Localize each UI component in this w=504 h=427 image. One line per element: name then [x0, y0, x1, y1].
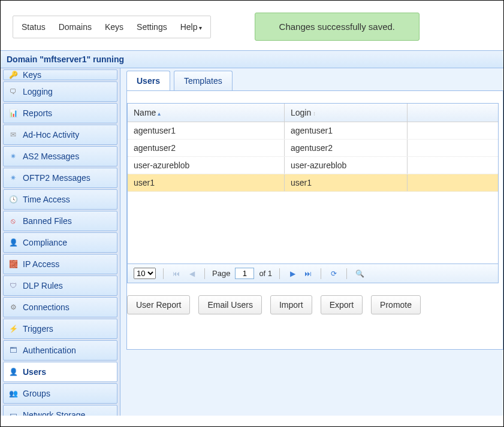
- cell-login: user-azureblob: [285, 157, 408, 174]
- as2-icon: ✷: [8, 152, 18, 161]
- connections-icon: ⚙: [8, 302, 18, 312]
- content-area: Users Templates Name Login agentuser1 ag…: [120, 68, 503, 416]
- reports-icon: 📊: [8, 108, 18, 118]
- table-row[interactable]: user-azureblob user-azureblob: [128, 157, 498, 174]
- nav-domains[interactable]: Domains: [59, 22, 92, 32]
- triggers-icon: ⚡: [8, 324, 18, 334]
- sidebar-item-authentication[interactable]: 🗔 Authentication: [3, 340, 117, 361]
- top-bar: Status Domains Keys Settings Help Change…: [1, 1, 503, 50]
- action-buttons: User Report Email Users Import Export Pr…: [127, 283, 503, 314]
- import-button[interactable]: Import: [270, 295, 312, 314]
- sidebar-item-time-access[interactable]: 🕓 Time Access: [3, 189, 117, 210]
- separator: [163, 268, 164, 279]
- domain-status: Domain "mftserver1" running: [1, 50, 503, 68]
- sidebar-item-label: Authentication: [23, 346, 76, 355]
- cell-name: agentuser2: [128, 140, 285, 156]
- top-nav: Status Domains Keys Settings Help: [13, 16, 211, 38]
- email-users-button[interactable]: Email Users: [198, 295, 261, 314]
- first-page-icon[interactable]: ⏮: [171, 268, 182, 279]
- sidebar-item-banned-files[interactable]: ⦸ Banned Files: [3, 211, 117, 231]
- sidebar-item-label: OFTP2 Messages: [23, 173, 90, 183]
- cell-name: user-azureblob: [128, 157, 285, 174]
- column-header-empty: [408, 104, 498, 122]
- prev-page-icon[interactable]: ◀: [186, 268, 197, 279]
- sidebar-item-label: Keys: [23, 70, 41, 80]
- users-grid: Name Login agentuser1 agentuser1 agentus…: [127, 103, 499, 283]
- sidebar-item-label: Compliance: [23, 238, 67, 247]
- cell-login: agentuser1: [285, 122, 408, 139]
- sidebar-item-connections[interactable]: ⚙ Connections: [3, 297, 117, 317]
- sidebar-item-label: Banned Files: [23, 216, 72, 226]
- refresh-icon[interactable]: ⟳: [328, 268, 339, 279]
- sidebar-item-dlp-rules[interactable]: 🛡 DLP Rules: [3, 275, 117, 296]
- mail-icon: ✉: [8, 130, 18, 140]
- banned-icon: ⦸: [8, 216, 18, 226]
- cell-name: user1: [128, 174, 285, 191]
- sidebar-item-ip-access[interactable]: 🧱 IP Access: [3, 254, 117, 274]
- users-panel: Name Login agentuser1 agentuser1 agentus…: [126, 90, 503, 350]
- sidebar-item-triggers[interactable]: ⚡ Triggers: [3, 319, 117, 339]
- last-page-icon[interactable]: ⏭: [303, 268, 313, 279]
- sidebar-item-users[interactable]: 👤 Users: [3, 362, 117, 382]
- separator: [346, 268, 347, 279]
- page-label: Page: [212, 269, 230, 278]
- groups-icon: 👥: [8, 389, 18, 398]
- sidebar-item-network-storage[interactable]: 🖴 Network Storage: [3, 405, 117, 416]
- sidebar-item-as2[interactable]: ✷ AS2 Messages: [3, 146, 117, 166]
- pager: 10 ⏮ ◀ Page of 1 ▶ ⏭ ⟳: [128, 264, 498, 283]
- sidebar-item-label: AS2 Messages: [23, 152, 79, 161]
- sidebar-item-compliance[interactable]: 👤 Compliance: [3, 232, 117, 253]
- sidebar-item-label: Network Storage: [23, 410, 85, 416]
- column-header-login[interactable]: Login: [285, 104, 408, 122]
- logging-icon: 🗨: [8, 87, 18, 96]
- sidebar-item-label: Connections: [23, 302, 70, 312]
- users-icon: 👤: [8, 367, 18, 377]
- page-total-label: of 1: [259, 269, 272, 278]
- table-row[interactable]: agentuser1 agentuser1: [128, 122, 498, 140]
- sidebar-item-label: IP Access: [23, 259, 59, 269]
- sidebar-item-label: Users: [23, 367, 46, 377]
- grid-spacer: [128, 192, 498, 264]
- sidebar: 🔑 Keys 🗨 Logging 📊 Reports ✉ Ad-Hoc Acti…: [1, 68, 120, 416]
- tab-users[interactable]: Users: [126, 71, 170, 90]
- next-page-icon[interactable]: ▶: [287, 268, 298, 279]
- page-number-input[interactable]: [235, 268, 254, 279]
- sidebar-item-label: Time Access: [23, 195, 70, 204]
- search-icon[interactable]: 🔍: [354, 268, 365, 279]
- user-report-button[interactable]: User Report: [127, 295, 190, 314]
- export-button[interactable]: Export: [321, 295, 363, 314]
- cell-name: agentuser1: [128, 122, 285, 139]
- cell-login: agentuser2: [285, 140, 408, 156]
- table-row[interactable]: user1 user1: [128, 174, 498, 192]
- sidebar-item-adhoc[interactable]: ✉ Ad-Hoc Activity: [3, 125, 117, 145]
- nav-settings[interactable]: Settings: [137, 22, 167, 32]
- nav-keys[interactable]: Keys: [105, 22, 123, 32]
- compliance-icon: 👤: [8, 238, 18, 247]
- nav-help[interactable]: Help: [180, 22, 203, 32]
- grid-header: Name Login: [128, 104, 498, 122]
- main-area: 🔑 Keys 🗨 Logging 📊 Reports ✉ Ad-Hoc Acti…: [1, 68, 503, 416]
- grid-body: agentuser1 agentuser1 agentuser2 agentus…: [128, 122, 498, 264]
- separator: [279, 268, 280, 279]
- nav-status[interactable]: Status: [22, 22, 46, 32]
- key-icon: 🔑: [8, 70, 18, 80]
- sidebar-item-groups[interactable]: 👥 Groups: [3, 383, 117, 404]
- sidebar-item-label: Logging: [23, 87, 53, 96]
- column-header-name[interactable]: Name: [128, 104, 285, 122]
- page-size-select[interactable]: 10: [134, 268, 156, 279]
- separator: [204, 268, 205, 279]
- sidebar-item-logging[interactable]: 🗨 Logging: [3, 81, 117, 102]
- tab-templates[interactable]: Templates: [174, 71, 233, 90]
- success-alert: Changes successfully saved.: [255, 13, 420, 41]
- sidebar-item-oftp2[interactable]: ✷ OFTP2 Messages: [3, 168, 117, 188]
- sidebar-item-keys[interactable]: 🔑 Keys: [3, 69, 117, 80]
- sidebar-item-label: Ad-Hoc Activity: [23, 130, 79, 140]
- sidebar-item-reports[interactable]: 📊 Reports: [3, 103, 117, 123]
- oftp2-icon: ✷: [8, 173, 18, 183]
- table-row[interactable]: agentuser2 agentuser2: [128, 140, 498, 157]
- dlp-icon: 🛡: [8, 281, 18, 290]
- sidebar-item-label: DLP Rules: [23, 281, 63, 290]
- tab-bar: Users Templates: [126, 68, 503, 90]
- promote-button[interactable]: Promote: [371, 295, 421, 314]
- time-icon: 🕓: [8, 195, 18, 204]
